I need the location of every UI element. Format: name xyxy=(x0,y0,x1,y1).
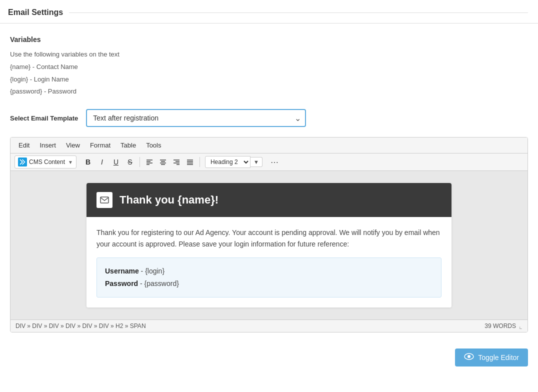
menu-item-insert[interactable]: Insert xyxy=(36,140,60,151)
variable-login: {login} - Login Name xyxy=(10,74,528,85)
editor-container: Edit Insert View Format Table Tools CMS … xyxy=(10,137,528,332)
menu-item-view[interactable]: View xyxy=(62,140,84,151)
editor-toolbar: CMS Content ▼ B I U S xyxy=(10,154,528,171)
align-left-button[interactable] xyxy=(143,156,156,168)
toggle-editor-label: Toggle Editor xyxy=(478,354,519,362)
credential-password-row: Password - {password} xyxy=(105,278,433,290)
bold-button[interactable]: B xyxy=(82,156,94,168)
svg-rect-17 xyxy=(100,197,108,203)
align-right-button[interactable] xyxy=(170,156,183,168)
editor-statusbar: DIV » DIV » DIV » DIV » DIV » DIV » H2 »… xyxy=(10,320,528,332)
menu-item-edit[interactable]: Edit xyxy=(14,140,34,151)
statusbar-path: DIV » DIV » DIV » DIV » DIV » DIV » H2 »… xyxy=(16,322,146,330)
page-title: Email Settings xyxy=(8,8,63,17)
align-justify-icon xyxy=(186,158,194,166)
variables-section: Variables Use the following variables on… xyxy=(10,36,528,97)
variables-heading: Variables xyxy=(10,36,528,44)
email-body-text: Thank you for registering to our Ad Agen… xyxy=(96,227,442,250)
template-select-row: Select Email Template Text after registr… xyxy=(10,109,528,127)
email-body: Thank you for registering to our Ad Agen… xyxy=(86,217,452,308)
align-left-icon xyxy=(146,158,153,166)
editor-body[interactable]: Thank you {name}! Thank you for register… xyxy=(10,171,528,320)
more-options-button[interactable]: ⋯ xyxy=(268,156,282,168)
main-content: Variables Use the following variables on… xyxy=(0,24,538,342)
template-select-label: Select Email Template xyxy=(10,114,78,122)
eye-svg xyxy=(464,353,474,360)
align-center-icon xyxy=(160,158,166,166)
eye-icon xyxy=(464,353,474,362)
menu-item-table[interactable]: Table xyxy=(116,140,140,151)
envelope-icon xyxy=(100,196,109,204)
underline-button[interactable]: U xyxy=(110,156,122,168)
password-value: - {password} xyxy=(138,280,179,288)
email-credentials-box: Username - {login} Password - {password} xyxy=(96,258,442,298)
email-header: Thank you {name}! xyxy=(86,183,452,217)
svg-point-19 xyxy=(468,355,470,358)
cms-content-label: CMS Content xyxy=(29,158,65,166)
template-select-wrapper: Text after registration Text after appro… xyxy=(86,109,306,127)
toggle-editor-btn-wrapper: Toggle Editor xyxy=(0,342,538,374)
statusbar-wordcount: 39 WORDS ⌞ xyxy=(484,322,522,330)
username-label: Username xyxy=(105,267,139,275)
email-template: Thank you {name}! Thank you for register… xyxy=(86,183,452,308)
menu-item-format[interactable]: Format xyxy=(86,140,114,151)
resize-handle-icon[interactable]: ⌞ xyxy=(519,322,522,330)
username-value: - {login} xyxy=(139,267,164,275)
email-header-icon xyxy=(96,192,112,208)
align-center-button[interactable] xyxy=(156,156,170,168)
cms-content-button[interactable]: CMS Content ▼ xyxy=(14,156,76,168)
template-select[interactable]: Text after registration Text after appro… xyxy=(86,109,306,127)
word-count-text: 39 WORDS xyxy=(484,322,516,330)
heading-select[interactable]: Heading 1 Heading 2 Heading 3 Paragraph xyxy=(205,156,250,168)
page-container: Email Settings Variables Use the followi… xyxy=(0,0,538,392)
align-group xyxy=(143,156,196,168)
toolbar-divider-1 xyxy=(140,157,140,167)
align-justify-button[interactable] xyxy=(184,156,196,168)
toggle-editor-button[interactable]: Toggle Editor xyxy=(455,348,528,366)
joomla-icon xyxy=(18,158,27,166)
credential-username-row: Username - {login} xyxy=(105,265,433,278)
variable-name: {name} - Contact Name xyxy=(10,62,528,72)
italic-button[interactable]: I xyxy=(96,156,108,168)
brand-chevron-icon: ▼ xyxy=(68,160,73,165)
toolbar-divider-2 xyxy=(200,157,200,167)
editor-menubar: Edit Insert View Format Table Tools xyxy=(10,138,528,154)
heading-select-chevron[interactable]: ▼ xyxy=(250,157,262,167)
variables-description: Use the following variables on the text xyxy=(10,50,528,60)
menu-item-tools[interactable]: Tools xyxy=(142,140,165,151)
strikethrough-button[interactable]: S xyxy=(124,156,136,168)
variable-password: {password} - Password xyxy=(10,86,528,97)
password-label: Password xyxy=(105,280,138,288)
heading-select-wrapper: Heading 1 Heading 2 Heading 3 Paragraph … xyxy=(205,156,262,168)
align-right-icon xyxy=(173,158,180,166)
email-header-title: Thank you {name}! xyxy=(120,194,218,206)
page-title-bar: Email Settings xyxy=(0,0,538,24)
